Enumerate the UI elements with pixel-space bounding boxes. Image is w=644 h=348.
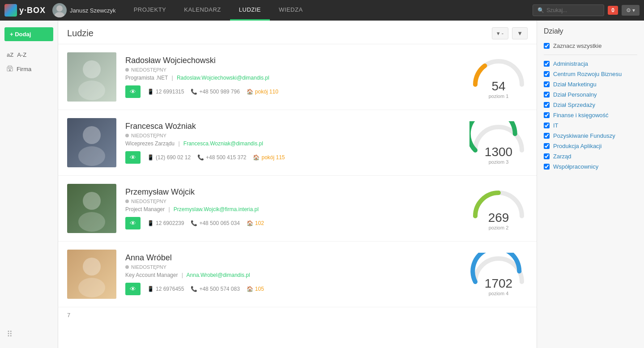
firma-icon (7, 65, 13, 73)
phone-office-icon: 📱 (147, 154, 154, 161)
sidebar-bottom: ⠿ (0, 325, 58, 344)
dept-checkbox-sprzedazy[interactable] (544, 102, 550, 108)
dept-label-administracja: Administracja (553, 60, 588, 67)
person-role: Project Manager | Przemyslaw.Wojcik@firm… (125, 206, 461, 212)
add-button[interactable]: + Dodaj (4, 27, 53, 41)
person-email-link[interactable]: Radoslaw.Wojciechowski@dimandis.pl (177, 75, 269, 81)
gauge-value: 1702 (469, 277, 528, 290)
dept-item-marketing[interactable]: Dział Marketingu (544, 79, 637, 89)
dept-checkbox-it[interactable] (544, 123, 550, 128)
person-actions: 👁 📱 (12) 690 02 12 📞 +48 500 415 372 🏠 p… (125, 151, 461, 164)
dept-checkbox-finanse[interactable] (544, 112, 550, 118)
phone-mobile-value: +48 500 415 372 (206, 154, 246, 161)
dept-item-administracja[interactable]: Administracja (544, 59, 637, 69)
dept-item-personalny[interactable]: Dział Personalny (544, 89, 637, 100)
person-status: NIEDOSTĘPNY (125, 133, 461, 138)
nav-kalendarz[interactable]: KALENDARZ (175, 0, 230, 21)
dept-checkbox-administracja[interactable] (544, 61, 550, 67)
dept-checkbox-fundusze[interactable] (544, 133, 550, 139)
person-role: Key Account Manager | Anna.Wrobel@dimand… (125, 272, 461, 278)
gauge-value: 269 (469, 212, 528, 224)
nav-ludzie[interactable]: LUDZIE (230, 0, 270, 21)
svg-point-16 (78, 212, 105, 232)
svg-point-18 (83, 258, 101, 276)
view-button[interactable]: 👁 (125, 151, 141, 164)
dept-checkbox-marketing[interactable] (544, 81, 550, 87)
phone-mobile-icon: 📞 (191, 220, 197, 226)
view-button[interactable]: 👁 (125, 85, 141, 98)
phone-mobile: 📞 +48 500 989 796 (191, 89, 239, 95)
phone-mobile-value: +48 500 989 796 (199, 89, 239, 95)
role-separator: | (171, 75, 173, 81)
sidebar-az-label: A-Z (17, 51, 26, 58)
user-badge[interactable]: Janusz Szewczyk (52, 3, 116, 17)
dept-label-finanse: Finanse i księgowość (553, 112, 609, 119)
phone-office-icon: 📱 (147, 89, 154, 95)
dept-item-zarzad[interactable]: Zarząd (544, 151, 637, 161)
dept-checkbox-personalny[interactable] (544, 92, 550, 98)
svg-point-10 (78, 81, 105, 100)
person-name: Francesca Woźniak (125, 122, 461, 131)
logo[interactable]: y·BOX (4, 4, 46, 17)
dept-checkbox-zarzad[interactable] (544, 153, 550, 159)
phone-mobile: 📞 +48 500 574 083 (191, 286, 239, 292)
nav-wiedza[interactable]: WIEDZA (270, 0, 312, 21)
person-email-link[interactable]: Anna.Wrobel@dimandis.pl (187, 272, 250, 278)
dept-item-it[interactable]: IT (544, 120, 637, 131)
dept-label-sprzedazy: Dział Sprzedaży (553, 102, 595, 108)
grid-dots-icon[interactable]: ⠿ (7, 330, 13, 339)
role-separator: | (182, 272, 183, 278)
filter-button[interactable]: ▼ (512, 27, 528, 39)
dept-item-centrum-rozwoju[interactable]: Centrum Rozwoju Biznesu (544, 69, 637, 79)
notification-badge[interactable]: 0 (608, 6, 618, 15)
status-dot (125, 134, 129, 137)
status-dot (125, 68, 129, 72)
dept-item-wspolpracownicy[interactable]: Współpracownicy (544, 161, 637, 172)
role-separator: | (168, 206, 170, 212)
sidebar-item-firma[interactable]: Firma (0, 62, 58, 76)
room-value: pokój 110 (255, 89, 278, 95)
person-status: NIEDOSTĘPNY (125, 264, 461, 270)
sidebar-item-az[interactable]: aZ A-Z (0, 48, 58, 62)
settings-icon: ▾ (632, 7, 635, 13)
person-email-link[interactable]: Francesca.Wozniak@dimandis.pl (183, 140, 263, 147)
nav-projekty[interactable]: PROJEKTY (125, 0, 175, 21)
phone-mobile-icon: 📞 (191, 286, 197, 292)
person-info: Radosław Wojciechowski NIEDOSTĘPNY Progr… (125, 56, 461, 98)
dept-item-sprzedazy[interactable]: Dział Sprzedaży (544, 100, 637, 110)
view-button[interactable]: 👁 (125, 217, 141, 229)
phone-office-value: 12 6991315 (156, 89, 184, 95)
person-photo (67, 250, 116, 299)
phone-office: 📱 12 6991315 (147, 89, 184, 95)
view-button[interactable]: 👁 (125, 283, 141, 295)
person-card: Przemysław Wójcik NIEDOSTĘPNY Project Ma… (58, 176, 537, 242)
dept-item-fundusze[interactable]: Pozyskiwanie Funduszy (544, 131, 637, 141)
svg-rect-5 (11, 68, 12, 69)
settings-button[interactable]: ⚙ ▾ (622, 5, 640, 16)
search-box[interactable]: 🔍 (533, 4, 604, 16)
search-input[interactable] (546, 7, 600, 13)
sort-icon: ▾ - (497, 30, 503, 37)
dept-select-all-checkbox[interactable] (544, 43, 550, 49)
status-text: NIEDOSTĘPNY (131, 264, 166, 270)
dept-checkbox-produkcja[interactable] (544, 143, 550, 149)
gauge-level: poziom 4 (469, 291, 528, 296)
sort-button[interactable]: ▾ - (492, 27, 508, 39)
gauge-level: poziom 2 (469, 225, 528, 230)
dept-select-all[interactable]: Zaznacz wszystkie (544, 41, 637, 51)
dept-item-produkcja[interactable]: Produkcja Aplikacji (544, 141, 637, 151)
dept-checkbox-centrum-rozwoju[interactable] (544, 71, 550, 77)
person-actions: 👁 📱 12 6976455 📞 +48 500 574 083 🏠 105 (125, 283, 461, 295)
person-role: Programista .NET | Radoslaw.Wojciechowsk… (125, 75, 461, 81)
svg-point-1 (55, 12, 64, 17)
person-photo (67, 184, 116, 233)
logo-text: y·BOX (19, 6, 46, 15)
dept-checkbox-wspolpracownicy[interactable] (544, 164, 550, 170)
room-icon: 🏠 (253, 154, 260, 161)
person-email-link[interactable]: Przemyslaw.Wojcik@firma.interia.pl (174, 206, 259, 212)
dept-item-finanse[interactable]: Finanse i księgowość (544, 110, 637, 120)
phone-mobile-value: +48 500 574 083 (199, 286, 239, 292)
dept-label-marketing: Dział Marketingu (553, 81, 597, 88)
status-text: NIEDOSTĘPNY (131, 133, 166, 138)
svg-point-13 (78, 146, 105, 166)
